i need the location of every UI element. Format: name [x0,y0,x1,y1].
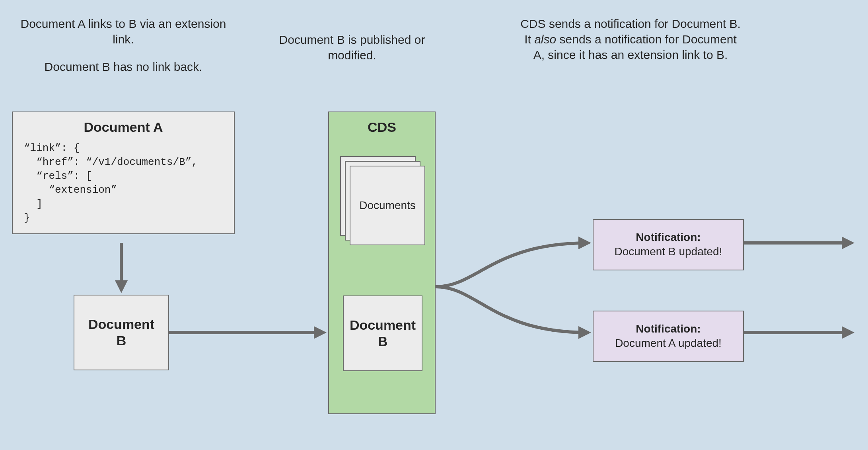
notification-b-box: Notification: Document B updated! [593,219,744,270]
caption-left-line1: Document A links to B via an extension l… [14,16,233,47]
notification-b-title: Notification: [601,230,735,245]
notification-a-box: Notification: Document A updated! [593,311,744,362]
caption-right: CDS sends a notification for Document B.… [519,16,742,63]
caption-middle-text: Document B is published or modified. [279,33,425,62]
stack-page-front: Documents [350,166,425,245]
document-a-code: “link”: { “href”: “/v1/documents/B”, “re… [24,141,223,225]
caption-middle: Document B is published or modified. [267,32,438,63]
arrow-cds-to-notif-b [436,243,588,287]
caption-left: Document A links to B via an extension l… [14,16,233,74]
document-a-title: Document A [24,119,223,135]
notification-b-text: Document B updated! [601,245,735,259]
document-a-box: Document A “link”: { “href”: “/v1/docume… [12,112,235,234]
arrow-cds-to-notif-a [436,287,588,333]
notification-a-title: Notification: [601,322,735,336]
cds-document-b-box: Document B [343,295,422,371]
caption-left-line2: Document B has no link back. [14,59,233,74]
caption-right-em: also [534,33,556,46]
document-b-left-box: Document B [74,295,169,370]
caption-right-after: sends a notification for Document A, sin… [533,33,737,61]
cds-box: CDS Documents Document B [328,112,436,414]
notification-a-text: Document A updated! [601,336,735,350]
stack-page-label: Documents [359,199,416,212]
diagram-stage: Document A links to B via an extension l… [0,0,868,450]
cds-title: CDS [329,119,435,135]
